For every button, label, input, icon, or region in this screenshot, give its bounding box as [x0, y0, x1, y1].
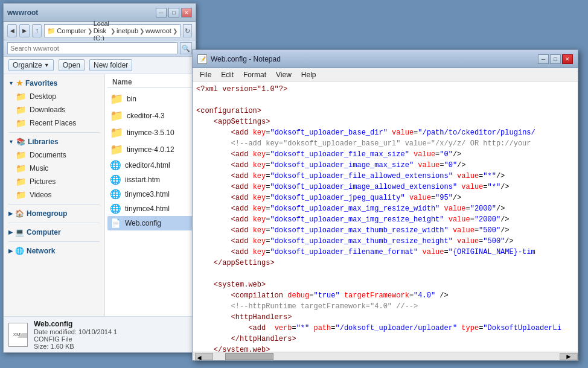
sidebar-recent-label: Recent Places — [30, 119, 76, 127]
breadcrumb-arrow-1: ❯ — [88, 28, 92, 34]
file-item-tinymce3html[interactable]: 🌐 tinymce3.html — [107, 187, 193, 201]
tinymce4html-icon: 🌐 — [110, 203, 121, 214]
libraries-lib-icon: 📚 — [16, 138, 25, 146]
scrollbar-right-arrow[interactable]: ► — [560, 353, 578, 360]
menu-format[interactable]: Format — [238, 69, 271, 80]
tinymce35-folder-icon: 📁 — [110, 126, 123, 139]
tinymce3html-label: tinymce3.html — [125, 190, 170, 198]
notepad-content-area: <?xml version="1.0"?> <configuration> <a… — [193, 81, 578, 352]
explorer-window: wwwroot ─ □ ✕ ◄ ► ↑ 📁 Computer ❯ Local D… — [3, 3, 196, 353]
sidebar-computer-label: Computer — [27, 228, 61, 236]
file-item-tinymce40[interactable]: 📁 tinymce-4.0.12 — [107, 141, 193, 158]
up-button[interactable]: ↑ — [32, 24, 42, 37]
explorer-nav-toolbar: ◄ ► ↑ 📁 Computer ❯ Local Disk (C:) ❯ ine… — [4, 22, 196, 40]
open-button[interactable]: Open — [59, 59, 85, 71]
sidebar-homegroup-header[interactable]: ▶ 🏠 Homegroup — [4, 207, 104, 220]
menu-edit[interactable]: Edit — [216, 69, 238, 80]
explorer-main: ▼ ★ Favorites 📁 Desktop 📁 Downloads 📁 Re… — [4, 74, 196, 316]
tinymce40-folder-icon: 📁 — [110, 143, 123, 156]
webconfig-icon: 📄 — [110, 218, 121, 229]
network-icon: 🌐 — [15, 247, 24, 255]
computer-icon: 💻 — [15, 228, 24, 236]
bin-label: bin — [127, 95, 136, 103]
file-item-webconfig[interactable]: 📄 Web.config — [107, 216, 193, 230]
new-folder-button[interactable]: New folder — [89, 59, 132, 71]
organize-button[interactable]: Organize ▼ — [8, 59, 54, 71]
file-item-ckeditor[interactable]: 📁 ckeditor-4.3 — [107, 107, 193, 124]
explorer-maximize-button[interactable]: □ — [168, 8, 179, 17]
search-bar-row: 🔍 — [4, 40, 196, 57]
sidebar-favorites-label: Favorites — [25, 79, 57, 87]
notepad-app-icon: 📝 — [197, 54, 207, 64]
notepad-horizontal-scrollbar[interactable]: ◄ ► — [193, 352, 578, 360]
refresh-button[interactable]: ↻ — [183, 24, 192, 37]
notepad-menubar: File Edit Format View Help — [193, 68, 578, 81]
ckeditor4html-icon: 🌐 — [110, 160, 121, 171]
tinymce40-label: tinymce-4.0.12 — [127, 145, 174, 154]
menu-file[interactable]: File — [195, 69, 216, 80]
file-item-tinymce35[interactable]: 📁 tinymce-3.5.10 — [107, 124, 193, 141]
sidebar-item-recent[interactable]: 📁 Recent Places — [4, 116, 104, 130]
sidebar-item-videos[interactable]: 📁 Videos — [4, 188, 104, 201]
sidebar-computer-header[interactable]: ▶ 💻 Computer — [4, 226, 104, 239]
sidebar-section-libraries: ▼ 📚 Libraries 📁 Documents 📁 Music 📁 Pict… — [4, 135, 104, 201]
sidebar-item-desktop[interactable]: 📁 Desktop — [4, 90, 104, 103]
organize-arrow-icon: ▼ — [44, 62, 50, 68]
notepad-minimize-button[interactable]: ─ — [538, 54, 549, 64]
iisstart-label: iisstart.htm — [125, 176, 160, 184]
address-part-inetpub: inetpub — [117, 27, 138, 34]
address-part-wwwroot: wwwroot — [145, 27, 171, 34]
back-button[interactable]: ◄ — [7, 24, 17, 37]
sidebar-item-documents[interactable]: 📁 Documents — [4, 148, 104, 162]
forward-button[interactable]: ► — [19, 24, 29, 37]
file-item-tinymce4html[interactable]: 🌐 tinymce4.html — [107, 201, 193, 216]
ckeditor4html-label: ckeditor4.html — [125, 161, 170, 170]
explorer-minimize-button[interactable]: ─ — [156, 8, 167, 17]
sidebar-section-computer: ▶ 💻 Computer — [4, 226, 104, 239]
notepad-text-area[interactable]: <?xml version="1.0"?> <configuration> <a… — [193, 81, 578, 352]
explorer-titlebar: wwwroot ─ □ ✕ — [4, 4, 196, 22]
sidebar-section-favorites: ▼ ★ Favorites 📁 Desktop 📁 Downloads 📁 Re… — [4, 77, 104, 130]
videos-folder-icon: 📁 — [16, 190, 26, 200]
sidebar-item-music[interactable]: 📁 Music — [4, 162, 104, 175]
file-item-bin[interactable]: 📁 bin — [107, 90, 193, 107]
favorites-star-icon: ★ — [16, 79, 23, 87]
sidebar-network-header[interactable]: ▶ 🌐 Network — [4, 244, 104, 258]
sidebar-section-homegroup: ▶ 🏠 Homegroup — [4, 207, 104, 220]
notepad-titlebar: 📝 Web.config - Notepad ─ □ ✕ — [193, 50, 578, 68]
sidebar: ▼ ★ Favorites 📁 Desktop 📁 Downloads 📁 Re… — [4, 74, 105, 316]
music-folder-icon: 📁 — [16, 163, 26, 173]
search-input[interactable] — [7, 42, 177, 54]
sidebar-favorites-header[interactable]: ▼ ★ Favorites — [4, 77, 104, 90]
sidebar-documents-label: Documents — [30, 151, 66, 159]
desktop-folder-icon: 📁 — [16, 92, 26, 101]
file-item-ckeditor4html[interactable]: 🌐 ckeditor4.html — [107, 158, 193, 173]
sidebar-item-pictures[interactable]: 📁 Pictures — [4, 175, 104, 188]
sidebar-libraries-header[interactable]: ▼ 📚 Libraries — [4, 135, 104, 148]
search-button[interactable]: 🔍 — [180, 42, 192, 54]
pictures-folder-icon: 📁 — [16, 177, 26, 186]
sidebar-divider-2 — [8, 204, 100, 205]
file-list: Name 📁 bin 📁 ckeditor-4.3 📁 tinymce-3.5.… — [105, 74, 196, 316]
sidebar-homegroup-label: Homegroup — [27, 209, 67, 218]
address-bar[interactable]: 📁 Computer ❯ Local Disk (C:) ❯ inetpub ❯… — [44, 24, 180, 37]
scrollbar-left-arrow[interactable]: ◄ — [195, 353, 213, 360]
sidebar-pictures-label: Pictures — [30, 177, 56, 186]
sidebar-desktop-label: Desktop — [30, 92, 56, 101]
file-item-iisstart[interactable]: 🌐 iisstart.htm — [107, 173, 193, 187]
sidebar-section-network: ▶ 🌐 Network — [4, 244, 104, 258]
notepad-close-button[interactable]: ✕ — [562, 54, 573, 64]
scrollbar-thumb[interactable] — [225, 353, 273, 360]
notepad-window-controls: ─ □ ✕ — [538, 54, 573, 64]
sidebar-divider-1 — [8, 132, 100, 133]
homegroup-icon: 🏠 — [15, 209, 24, 218]
notepad-maximize-button[interactable]: □ — [550, 54, 561, 64]
explorer-close-button[interactable]: ✕ — [181, 8, 192, 17]
favorites-arrow-icon: ▼ — [8, 80, 14, 86]
sidebar-item-downloads[interactable]: 📁 Downloads — [4, 103, 104, 116]
menu-view[interactable]: View — [271, 69, 296, 80]
explorer-title: wwwroot — [7, 8, 38, 17]
menu-help[interactable]: Help — [296, 69, 321, 80]
sidebar-libraries-label: Libraries — [28, 138, 59, 146]
breadcrumb-arrow-4: ❯ — [173, 28, 177, 34]
